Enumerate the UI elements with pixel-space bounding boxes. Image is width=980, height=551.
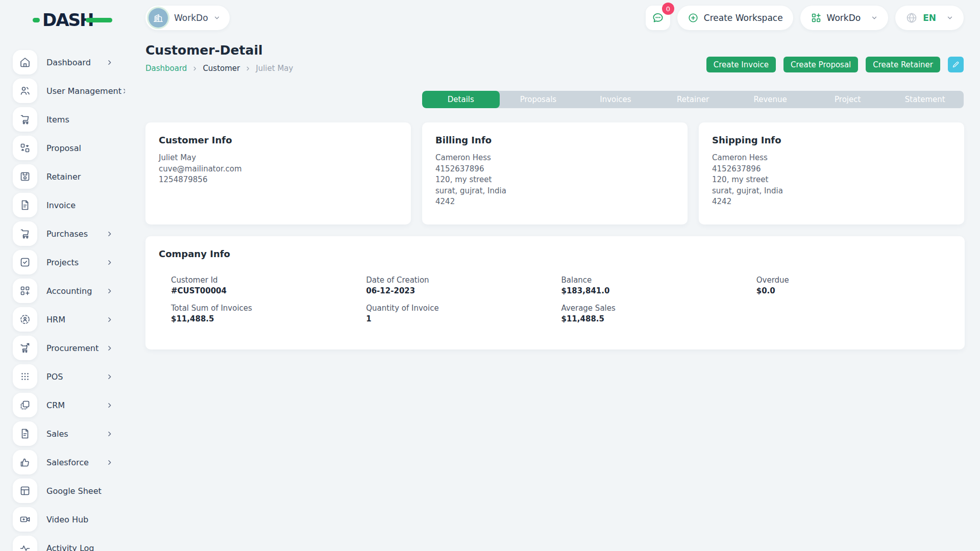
dash-logo: DASH xyxy=(33,11,112,29)
grid-plus-icon xyxy=(13,279,37,303)
billing-info-card: Billing Info Cameron Hess 4152637896 120… xyxy=(422,122,688,224)
cart-icon xyxy=(13,107,37,132)
chevron-right-icon xyxy=(106,402,113,409)
activity-pulse-icon xyxy=(13,536,37,551)
logo-bar-accent xyxy=(86,18,112,22)
field-value: $11,488.5 xyxy=(171,314,366,323)
sidebar-item-label: Activity Log xyxy=(46,543,94,551)
sidebar-item-google-sheet[interactable]: Google Sheet xyxy=(13,479,125,503)
tab-statement[interactable]: Statement xyxy=(886,91,964,108)
topbar: DASH WorkDo 0 xyxy=(0,0,980,36)
sidebar-item-items[interactable]: Items xyxy=(13,107,125,132)
person-dashed-circle-icon xyxy=(13,307,37,332)
breadcrumb-dashboard-link[interactable]: Dashboard xyxy=(145,64,187,73)
sidebar-item-salesforce[interactable]: Salesforce xyxy=(13,450,125,474)
sidebar-item-accounting[interactable]: Accounting xyxy=(13,279,125,303)
card-title: Company Info xyxy=(159,248,951,259)
sidebar-item-activity-log[interactable]: Activity Log xyxy=(13,536,125,551)
sidebar-item-label: HRM xyxy=(46,315,65,324)
main-content: Customer-Detail Dashboard Customer Julie… xyxy=(145,36,965,349)
sidebar-item-purchases[interactable]: Purchases xyxy=(13,221,125,246)
sidebar-item-projects[interactable]: Projects xyxy=(13,250,125,274)
sidebar-item-dashboard[interactable]: Dashboard xyxy=(13,50,125,74)
shipping-phone: 4152637896 xyxy=(712,164,951,175)
messages-button[interactable]: 0 xyxy=(646,6,670,30)
logo-dash-accent xyxy=(33,18,40,22)
language-selector[interactable]: EN xyxy=(895,6,964,30)
workdo-menu-button[interactable]: WorkDo xyxy=(800,6,889,30)
sidebar-item-procurement[interactable]: Procurement xyxy=(13,336,125,360)
thumbs-up-icon xyxy=(13,450,37,474)
workspace-selector[interactable]: WorkDo xyxy=(145,6,230,30)
field-value: $11,488.5 xyxy=(561,314,756,323)
create-invoice-button[interactable]: Create Invoice xyxy=(706,57,776,72)
file-icon xyxy=(13,193,37,217)
tab-invoices[interactable]: Invoices xyxy=(577,91,654,108)
tab-project[interactable]: Project xyxy=(809,91,887,108)
edit-customer-button[interactable] xyxy=(948,57,964,72)
sidebar-item-hrm[interactable]: HRM xyxy=(13,307,125,332)
field-label: Total Sum of Invoices xyxy=(171,304,366,313)
dots-grid-icon xyxy=(13,364,37,389)
field-date-of-creation: Date of Creation 06-12-2023 xyxy=(366,276,561,295)
field-value: #CUST00004 xyxy=(171,286,366,295)
create-workspace-label: Create Workspace xyxy=(704,13,783,23)
field-label: Date of Creation xyxy=(366,276,561,285)
field-label: Customer Id xyxy=(171,276,366,285)
cart-arrow-icon xyxy=(13,336,37,360)
sidebar-item-label: Invoice xyxy=(46,201,76,210)
chevron-right-icon xyxy=(245,66,251,71)
create-retainer-button[interactable]: Create Retainer xyxy=(866,57,940,72)
sidebar-item-label: Projects xyxy=(46,258,79,267)
chat-bubble-icon xyxy=(651,11,665,24)
shipping-zip: 4242 xyxy=(712,196,951,208)
home-icon xyxy=(13,50,37,74)
sidebar-item-crm[interactable]: CRM xyxy=(13,393,125,417)
sidebar-item-label: User Management xyxy=(46,86,121,96)
sidebar-item-label: Procurement xyxy=(46,343,99,353)
sidebar-item-video-hub[interactable]: Video Hub xyxy=(13,507,125,532)
tab-proposals[interactable]: Proposals xyxy=(500,91,577,108)
field-empty xyxy=(756,304,951,323)
tab-retainer[interactable]: Retainer xyxy=(654,91,732,108)
sidebar-item-sales[interactable]: Sales xyxy=(13,421,125,446)
messages-count-badge: 0 xyxy=(662,3,674,15)
card-title: Customer Info xyxy=(159,135,398,145)
customer-info-card: Customer Info Juliet May cuve@mailinator… xyxy=(145,122,411,224)
plus-circle-icon xyxy=(688,12,699,23)
chevron-down-icon xyxy=(213,14,220,21)
card-title: Billing Info xyxy=(435,135,674,145)
globe-icon xyxy=(905,12,918,24)
info-cards-row: Customer Info Juliet May cuve@mailinator… xyxy=(145,122,965,224)
pencil-icon xyxy=(952,61,960,68)
field-total-sum-of-invoices: Total Sum of Invoices $11,488.5 xyxy=(171,304,366,323)
breadcrumb-customer-link[interactable]: Customer xyxy=(203,64,240,73)
chevron-right-icon xyxy=(106,345,113,352)
field-customer-id: Customer Id #CUST00004 xyxy=(171,276,366,295)
tab-revenue[interactable]: Revenue xyxy=(731,91,809,108)
create-workspace-button[interactable]: Create Workspace xyxy=(677,6,793,30)
chevron-right-icon xyxy=(106,259,113,266)
create-proposal-button[interactable]: Create Proposal xyxy=(783,57,858,72)
sidebar-item-user-management[interactable]: User Management xyxy=(13,79,125,103)
sidebar-item-proposal[interactable]: Proposal xyxy=(13,136,125,160)
sidebar-item-label: Video Hub xyxy=(46,515,88,524)
sidebar-item-label: Retainer xyxy=(46,172,81,182)
chevron-right-icon xyxy=(121,88,125,94)
sidebar-item-retainer[interactable]: Retainer xyxy=(13,164,125,189)
chevron-down-icon xyxy=(871,14,878,21)
shipping-street: 120, my street xyxy=(712,174,951,186)
sidebar-item-label: Purchases xyxy=(46,229,88,239)
swap-squares-icon xyxy=(13,136,37,160)
chevron-right-icon xyxy=(106,59,113,66)
breadcrumb-current: Juliet May xyxy=(256,64,293,73)
sidebar-item-pos[interactable]: POS xyxy=(13,364,125,389)
chevron-right-icon xyxy=(106,431,113,437)
detail-tabs: Details Proposals Invoices Retainer Reve… xyxy=(422,91,964,108)
header-actions: Create Invoice Create Proposal Create Re… xyxy=(706,57,964,72)
sidebar-item-invoice[interactable]: Invoice xyxy=(13,193,125,217)
shipping-city: surat, gujrat, India xyxy=(712,186,951,197)
tab-details[interactable]: Details xyxy=(422,91,500,108)
chevron-right-icon xyxy=(106,288,113,294)
field-label: Balance xyxy=(561,276,756,285)
